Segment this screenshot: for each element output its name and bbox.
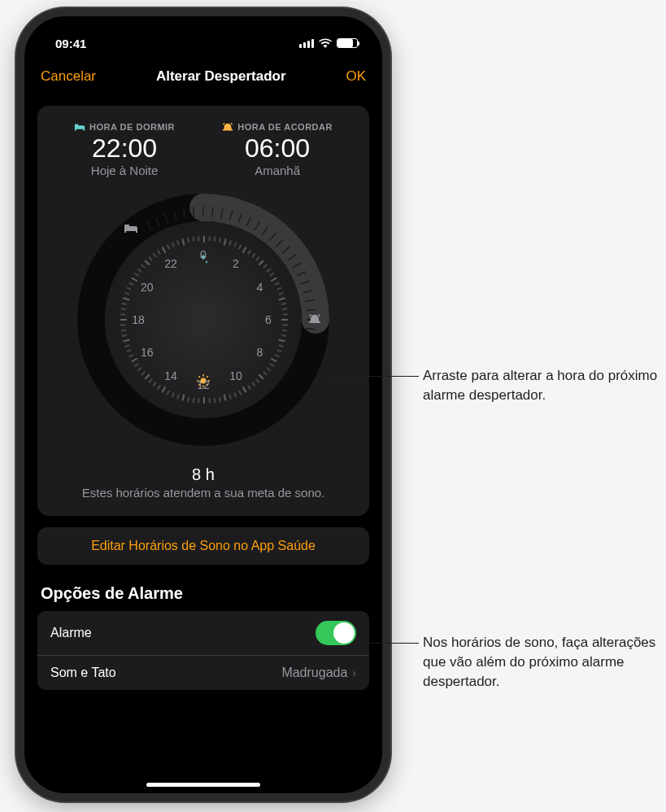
duration-message: Estes horários atendem a sua meta de son… xyxy=(50,486,356,500)
dial-hour: 22 xyxy=(164,257,177,270)
wake-value: 06:00 xyxy=(222,133,333,164)
alarm-options-header: Opções de Alarme xyxy=(37,584,369,603)
ok-button[interactable]: OK xyxy=(346,68,366,85)
sound-haptics-row[interactable]: Som e Tato Madrugada › xyxy=(37,656,369,690)
duration-value: 8 h xyxy=(50,465,356,484)
svg-line-32 xyxy=(198,376,200,378)
edit-schedule-button[interactable]: Editar Horários de Sono no App Saúde xyxy=(37,527,369,565)
dial-hour: 10 xyxy=(229,369,242,382)
sound-value: Madrugada xyxy=(281,666,347,680)
alarm-label: Alarme xyxy=(50,626,92,640)
screen: 09:41 Cancelar Alterar Despertador OK HO… xyxy=(24,16,382,793)
dial-hour: 6 xyxy=(265,313,272,326)
cancel-button[interactable]: Cancelar xyxy=(41,68,96,85)
bedtime-handle[interactable] xyxy=(118,215,144,241)
dial-hour: 18 xyxy=(132,313,145,326)
dial-hour: 2 xyxy=(233,257,239,270)
sleep-dial[interactable]: 0246810121416182022 xyxy=(77,194,329,446)
alarm-toggle-row: Alarme xyxy=(37,611,369,656)
battery-icon xyxy=(337,38,358,48)
sleep-schedule-card: HORA DE DORMIR 22:00 Hoje à Noite HORA D… xyxy=(37,106,369,516)
dial-hour: 14 xyxy=(164,369,177,382)
bedtime-block: HORA DE DORMIR 22:00 Hoje à Noite xyxy=(74,122,175,177)
nav-bar: Cancelar Alterar Despertador OK xyxy=(24,60,382,93)
wifi-icon xyxy=(319,38,332,48)
alarm-icon xyxy=(222,122,233,132)
svg-line-35 xyxy=(207,376,208,378)
chevron-right-icon: › xyxy=(352,666,356,679)
cellular-icon xyxy=(299,39,314,48)
status-time: 09:41 xyxy=(55,37,86,50)
bedtime-sub: Hoje à Noite xyxy=(74,164,175,177)
callout-drag: Arraste para alterar a hora do próximo a… xyxy=(423,366,659,405)
dial-hour: 0 xyxy=(200,248,207,261)
phone-frame: 09:41 Cancelar Alterar Despertador OK HO… xyxy=(16,8,390,801)
nav-title: Alterar Despertador xyxy=(156,68,286,85)
wake-handle[interactable] xyxy=(302,307,328,333)
bed-icon xyxy=(74,122,85,132)
dial-hour: 20 xyxy=(141,281,154,294)
callout-edit: Nos horários de sono, faça alterações qu… xyxy=(423,633,659,691)
wake-sub: Amanhã xyxy=(222,164,333,177)
bedtime-value: 22:00 xyxy=(74,133,175,164)
home-indicator[interactable] xyxy=(146,783,260,787)
dial-hour: 16 xyxy=(141,346,154,359)
dial-hour: 12 xyxy=(197,378,210,391)
alarm-toggle[interactable] xyxy=(316,621,356,645)
sound-label: Som e Tato xyxy=(50,666,116,680)
dial-hour: 4 xyxy=(256,281,263,294)
dial-hour: 8 xyxy=(256,346,263,359)
dynamic-island xyxy=(155,28,252,54)
wake-block: HORA DE ACORDAR 06:00 Amanhã xyxy=(222,122,333,177)
